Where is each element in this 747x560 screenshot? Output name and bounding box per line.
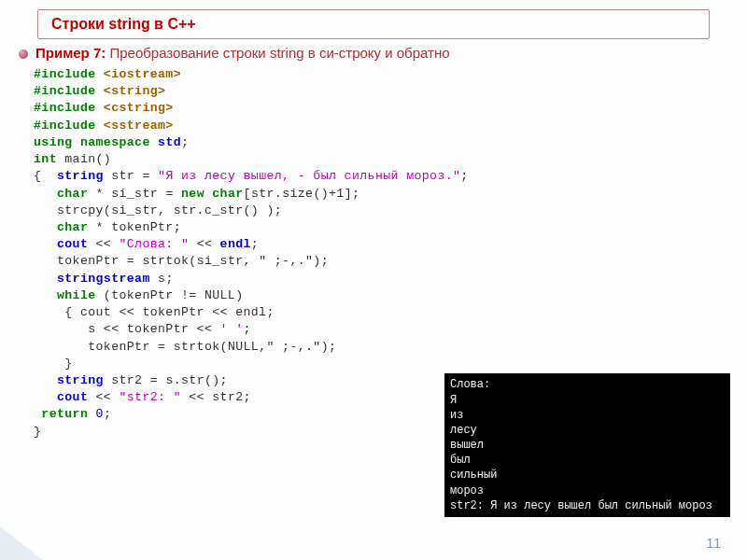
title-box: Строки string в C++ <box>37 9 710 39</box>
subtitle-row: Пример 7: Преобразование строки string в… <box>19 45 728 61</box>
subtitle-text: Пример 7: Преобразование строки string в… <box>35 45 450 61</box>
console-output: Слова: Я из лесу вышел был сильный мороз… <box>444 373 730 517</box>
page-corner-decoration <box>0 526 43 560</box>
slide-title: Строки string в C++ <box>51 16 696 33</box>
bullet-icon <box>19 49 28 59</box>
example-label: Пример 7: <box>35 45 106 61</box>
example-desc: Преобразование строки string в си-строку… <box>109 45 449 61</box>
page-number: 11 <box>706 536 721 551</box>
